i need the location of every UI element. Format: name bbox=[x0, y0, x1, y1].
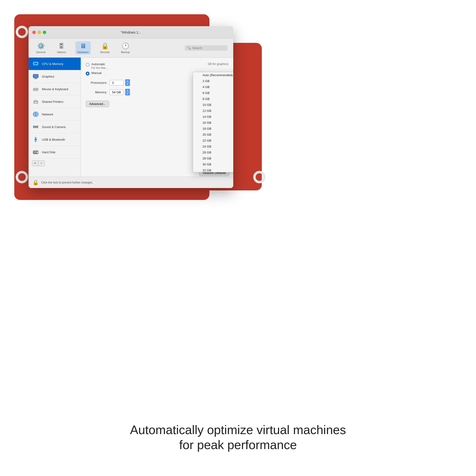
ring-bottom-right bbox=[253, 171, 266, 183]
dropdown-item[interactable]: 16 GB bbox=[193, 120, 233, 126]
dropdown-item[interactable]: 24 GB bbox=[193, 143, 233, 150]
processors-label: Processors: bbox=[86, 81, 107, 85]
dropdown-item[interactable]: 6 GB bbox=[193, 90, 233, 96]
titlebar: "Windows 1... bbox=[29, 26, 233, 38]
general-icon: ⚙️ bbox=[37, 42, 45, 50]
sidebar-network-label: Network bbox=[42, 113, 53, 116]
maximize-button[interactable] bbox=[43, 31, 46, 34]
svg-rect-11 bbox=[34, 88, 34, 89]
dropdown-item[interactable]: 28 GB bbox=[193, 155, 233, 161]
traffic-lights bbox=[32, 31, 46, 34]
memory-stepper: 54 GB ▲ ▼ bbox=[109, 89, 130, 95]
sidebar-item-shared-printers[interactable]: Shared Printers bbox=[29, 95, 81, 108]
sidebar-item-mouse-keyboard[interactable]: Mouse & Keyboard bbox=[29, 83, 81, 95]
automatic-label-group: Automatic For this Mac... bbox=[91, 62, 108, 69]
svg-rect-1 bbox=[34, 63, 37, 65]
hardware-label: Hardware bbox=[77, 51, 89, 53]
svg-rect-14 bbox=[34, 89, 37, 90]
toolbar-hardware[interactable]: 🖥 Hardware bbox=[75, 41, 91, 54]
dropdown-item[interactable]: 10 GB bbox=[193, 102, 233, 108]
svg-rect-9 bbox=[34, 79, 37, 79]
processors-down-arrow[interactable]: ▼ bbox=[125, 83, 130, 86]
lock-icon: 🔒 bbox=[32, 179, 39, 186]
dropdown-item[interactable]: 8 GB bbox=[193, 96, 233, 102]
window-body: CPU & Memory Graphics bbox=[29, 58, 233, 188]
dropdown-item[interactable]: 18 GB bbox=[193, 126, 233, 132]
dropdown-item[interactable]: 4 GB bbox=[193, 84, 233, 90]
search-input[interactable] bbox=[192, 46, 225, 50]
dropdown-item[interactable]: 20 GB bbox=[193, 132, 233, 137]
minimize-button[interactable] bbox=[38, 31, 41, 34]
search-box[interactable]: 🔍 bbox=[185, 45, 227, 51]
tagline: Automatically optimize virtual machines … bbox=[0, 423, 476, 452]
sidebar-item-hard-disk[interactable]: Hard Disk bbox=[29, 146, 81, 158]
backup-icon: 🕐 bbox=[122, 42, 129, 50]
dropdown-scroll[interactable]: Auto (Recommended)2 GB4 GB6 GB8 GB10 GB1… bbox=[193, 72, 233, 172]
dropdown-item[interactable]: 12 GB bbox=[193, 108, 233, 114]
sidebar: CPU & Memory Graphics bbox=[29, 58, 81, 188]
processors-value: 2 bbox=[109, 80, 124, 85]
security-icon: 🔒 bbox=[101, 42, 109, 50]
close-button[interactable] bbox=[32, 31, 36, 34]
memory-up-arrow[interactable]: ▲ bbox=[125, 89, 130, 92]
dropdown-item[interactable]: 32 GB bbox=[193, 167, 233, 172]
svg-rect-5 bbox=[38, 64, 39, 64]
svg-rect-33 bbox=[34, 152, 36, 152]
toolbar-backup[interactable]: 🕐 Backup bbox=[119, 41, 132, 54]
graphics-icon bbox=[32, 73, 39, 80]
mouse-keyboard-icon bbox=[32, 85, 39, 93]
dropdown-item[interactable]: 14 GB bbox=[193, 114, 233, 120]
memory-label: Memory: bbox=[86, 90, 107, 94]
dropdown-item[interactable]: Auto (Recommended) bbox=[193, 72, 233, 78]
svg-rect-2 bbox=[33, 63, 33, 63]
ring-top-left bbox=[16, 26, 28, 38]
automatic-radio[interactable] bbox=[86, 63, 89, 67]
sidebar-graphics-label: Graphics bbox=[42, 75, 54, 78]
svg-point-26 bbox=[34, 126, 35, 128]
sidebar-item-cpu-memory[interactable]: CPU & Memory bbox=[29, 58, 81, 70]
svg-rect-3 bbox=[38, 63, 39, 63]
window-title: "Windows 1... bbox=[121, 31, 141, 34]
toolbar-options[interactable]: 🎛 Options bbox=[55, 41, 68, 54]
svg-point-18 bbox=[37, 101, 38, 102]
manual-radio[interactable] bbox=[86, 72, 89, 75]
sidebar-item-usb-bluetooth[interactable]: USB & Bluetooth bbox=[29, 133, 81, 146]
svg-rect-12 bbox=[35, 88, 36, 89]
toolbar-security[interactable]: 🔒 Security bbox=[98, 41, 112, 54]
dropdown-item[interactable]: 22 GB bbox=[193, 137, 233, 143]
security-label: Security bbox=[100, 51, 110, 53]
memory-arrows: ▲ ▼ bbox=[125, 89, 130, 95]
sidebar-shared-printers-label: Shared Printers bbox=[42, 100, 63, 103]
hardware-icon: 🖥 bbox=[80, 42, 86, 50]
processors-up-arrow[interactable]: ▲ bbox=[125, 79, 130, 83]
advanced-button[interactable]: Advanced... bbox=[86, 101, 109, 107]
usb-bluetooth-icon bbox=[32, 136, 39, 143]
sidebar-item-network[interactable]: Network bbox=[29, 108, 81, 121]
sidebar-item-graphics[interactable]: Graphics bbox=[29, 70, 81, 83]
sidebar-cpu-memory-label: CPU & Memory bbox=[42, 62, 63, 66]
shared-printers-icon bbox=[32, 98, 39, 105]
svg-rect-4 bbox=[33, 64, 33, 64]
dropdown-item[interactable]: 2 GB bbox=[193, 78, 233, 84]
automatic-radio-option[interactable]: Automatic For this Mac... GB for graphic… bbox=[86, 62, 228, 69]
sidebar-usb-bluetooth-label: USB & Bluetooth bbox=[42, 138, 65, 141]
options-icon: 🎛 bbox=[58, 42, 65, 50]
dropdown-item[interactable]: 26 GB bbox=[193, 150, 233, 155]
backup-label: Backup bbox=[121, 51, 130, 53]
toolbar-general[interactable]: ⚙️ General bbox=[34, 41, 47, 54]
remove-item-button[interactable]: − bbox=[38, 161, 45, 166]
sidebar-item-sound-camera[interactable]: Sound & Camera bbox=[29, 121, 81, 133]
memory-down-arrow[interactable]: ▼ bbox=[125, 92, 130, 95]
options-label: Options bbox=[57, 51, 66, 53]
memory-value: 54 GB bbox=[109, 89, 124, 95]
graphics-note: GB for graphics) bbox=[208, 62, 228, 66]
add-item-button[interactable]: + bbox=[32, 161, 38, 166]
svg-marker-25 bbox=[36, 125, 38, 129]
processors-arrows: ▲ ▼ bbox=[125, 79, 130, 86]
sidebar-sound-camera-label: Sound & Camera bbox=[42, 125, 66, 129]
automatic-label: Automatic bbox=[91, 62, 108, 66]
svg-point-32 bbox=[37, 152, 38, 153]
dropdown-item[interactable]: 30 GB bbox=[193, 161, 233, 167]
ring-bottom-left bbox=[16, 171, 28, 183]
network-icon bbox=[32, 110, 39, 118]
